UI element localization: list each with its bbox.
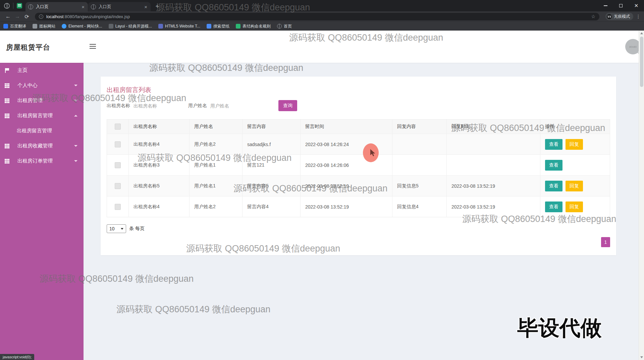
tab-title: 入口页 (99, 4, 144, 10)
window-minimize-button[interactable] (598, 0, 613, 11)
bookmark-item[interactable]: Layui - 经典开源模... (109, 24, 152, 29)
address-bar[interactable]: i localhost:8080/fangwuzulinpingtai/inde… (35, 13, 599, 20)
bookmark-item[interactable]: 表结构命名规则 (236, 24, 271, 29)
browser-tab-active[interactable]: 入口页 × (25, 2, 88, 11)
browser-tab-strip: 入口页 × 入口页 × + ✕ (0, 0, 644, 11)
chevron-down-icon (74, 85, 77, 86)
column-header: 操作 (540, 120, 610, 134)
page-title: 出租房留言列表 (107, 77, 610, 94)
chevron-down-icon (74, 160, 77, 162)
column-header: 回复时间 (447, 120, 540, 134)
site-info-icon[interactable]: i (39, 14, 43, 19)
sidebar-item-rental-message-management[interactable]: 出租房留言管理 (0, 108, 84, 123)
back-button[interactable]: ← (3, 13, 13, 19)
incognito-icon (607, 14, 612, 19)
bookmark-favicon (62, 24, 66, 29)
grid-icon (5, 144, 9, 148)
column-header: 出租房名称 (129, 120, 190, 134)
pinned-tab-globe-icon[interactable] (4, 3, 10, 9)
chevron-down-icon (74, 145, 77, 147)
reply-button[interactable]: 回复 (566, 181, 583, 191)
browser-menu-icon[interactable]: ⋮ (636, 14, 641, 19)
column-header: 留言内容 (243, 120, 301, 134)
pager: 1 (107, 237, 610, 247)
chevron-up-icon (74, 115, 77, 117)
row-checkbox[interactable] (115, 204, 121, 210)
filter-label-house: 出租房名称 (107, 103, 130, 109)
tab-close-icon[interactable]: × (144, 4, 148, 10)
sidebar: 主页 个人中心 出租房管理 出租房留言管理 (0, 63, 84, 360)
status-bar-link-preview: javascript:void(0); (0, 354, 34, 360)
folder-icon (33, 24, 37, 29)
bookmark-favicon (109, 24, 113, 29)
bookmark-item[interactable]: 图标网站 (33, 24, 55, 29)
browser-tab-inactive[interactable]: 入口页 × (88, 2, 151, 11)
reply-button[interactable]: 回复 (566, 139, 583, 150)
sidebar-item-rental-management[interactable]: 出租房管理 (0, 93, 84, 108)
tab-title: 入口页 (36, 4, 81, 10)
tab-close-icon[interactable]: × (81, 4, 85, 10)
column-header: 用户姓名 (190, 120, 243, 134)
vertical-scrollbar[interactable] (639, 31, 644, 360)
message-list-card: 出租房留言列表 出租房名称 用户姓名 查询 出租房名称 用户姓名 (101, 77, 616, 255)
bookmark-item[interactable]: 首页 (277, 24, 292, 29)
chevron-down-icon (74, 100, 77, 101)
sidebar-item-rental-favorite-management[interactable]: 出租房收藏管理 (0, 138, 84, 153)
web-page: 房屋租赁平台 80x80 主页 个人中心 (0, 31, 644, 360)
pinned-tab-green-icon[interactable] (17, 3, 22, 8)
cursor-highlight-circle (363, 143, 379, 162)
bookmark-favicon (158, 24, 163, 29)
bookmark-star-icon[interactable]: ☆ (591, 14, 595, 19)
scroll-down-arrow-icon[interactable] (640, 356, 643, 358)
house-name-input[interactable] (133, 103, 179, 108)
new-tab-button[interactable]: + (153, 2, 162, 11)
bookmark-favicon (207, 24, 211, 29)
grid-icon (5, 114, 9, 118)
scroll-up-arrow-icon[interactable] (640, 32, 643, 34)
window-maximize-button[interactable] (613, 0, 629, 11)
view-button[interactable]: 查看 (545, 201, 562, 212)
reload-button[interactable]: ⟳ (22, 13, 32, 20)
screen: 入口页 × 入口页 × + ✕ ← → ⟳ i localhost:8080/f… (0, 0, 644, 360)
sidebar-item-rental-order-management[interactable]: 出租房订单管理 (0, 153, 84, 169)
flag-icon (5, 68, 9, 73)
sidebar-item-personal-center[interactable]: 个人中心 (0, 78, 84, 93)
reply-button[interactable]: 回复 (566, 201, 583, 212)
page-number-button[interactable]: 1 (601, 237, 610, 247)
bookmark-item[interactable]: 搜索壁纸 (207, 24, 229, 29)
window-close-button[interactable]: ✕ (629, 0, 644, 11)
hamburger-menu-icon[interactable] (90, 44, 96, 50)
row-checkbox[interactable] (115, 183, 121, 189)
grid-icon (5, 83, 9, 88)
view-button[interactable]: 查看 (545, 139, 562, 150)
sidebar-item-home[interactable]: 主页 (0, 63, 84, 78)
forward-button[interactable]: → (13, 13, 22, 19)
bookmark-item[interactable]: 百度翻译 (3, 24, 26, 29)
column-header: 回复内容 (392, 120, 447, 134)
filter-label-user: 用户姓名 (188, 103, 207, 109)
bookmark-item[interactable]: Element - 网站快... (62, 24, 102, 29)
search-button[interactable]: 查询 (278, 100, 297, 111)
globe-icon (277, 24, 282, 29)
app-logo: 房屋租赁平台 (6, 43, 50, 52)
view-button[interactable]: 查看 (545, 181, 562, 191)
table-header-row: 出租房名称 用户姓名 留言内容 留言时间 回复内容 回复时间 操作 (107, 120, 610, 134)
tab-favicon-globe-icon (91, 4, 96, 9)
user-name-input[interactable] (210, 103, 256, 108)
select-all-checkbox[interactable] (115, 124, 121, 130)
table-row: 出租房名称4 用户姓名2 sadsadjks.f 2022-03-08 14:2… (107, 134, 610, 154)
view-button[interactable]: 查看 (545, 160, 562, 171)
bookmark-item[interactable]: HTML5 Website T... (158, 24, 200, 29)
page-size-select[interactable]: 10 (107, 224, 126, 233)
sidebar-subitem-rental-message-management[interactable]: 出租房留言管理 (0, 123, 84, 138)
grid-icon (5, 159, 9, 164)
row-checkbox[interactable] (115, 141, 121, 147)
app-header: 房屋租赁平台 80x80 (0, 31, 644, 63)
tab-favicon-globe-icon (28, 4, 33, 9)
message-table: 出租房名称 用户姓名 留言内容 留言时间 回复内容 回复时间 操作 出租房名称4… (107, 119, 610, 217)
bookmark-favicon (236, 24, 240, 29)
scrollbar-thumb[interactable] (640, 37, 643, 87)
incognito-badge: 无痕模式 (605, 13, 633, 20)
row-checkbox[interactable] (115, 162, 121, 168)
url-text: localhost:8080/fangwuzulinpingtai/index.… (46, 14, 130, 19)
